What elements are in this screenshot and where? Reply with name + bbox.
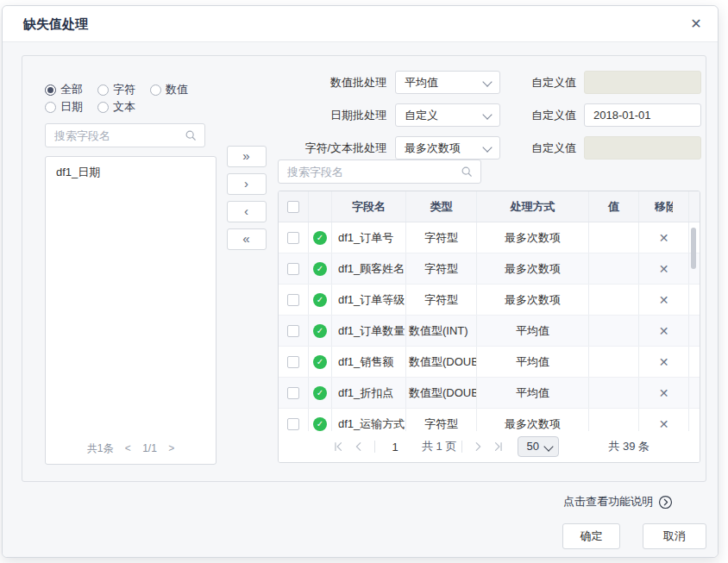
table-search-input[interactable]	[279, 166, 461, 178]
success-icon: ✓	[313, 386, 327, 400]
field-name-cell: df1_顾客姓名	[332, 253, 406, 284]
select-all-checkbox[interactable]	[287, 201, 299, 213]
row-checkbox-cell	[279, 347, 309, 377]
radio-option[interactable]: 全部	[45, 83, 83, 97]
table-scrollbar[interactable]	[691, 228, 696, 269]
row-checkbox[interactable]	[287, 418, 299, 430]
row-checkbox[interactable]	[287, 263, 299, 275]
table-body: ✓df1_订单号字符型最多次数项✕✓df1_顾客姓名字符型最多次数项✕✓df1_…	[279, 222, 700, 440]
row-checkbox[interactable]	[287, 294, 299, 306]
last-page-icon[interactable]	[493, 441, 505, 453]
row-status-cell: ✓	[309, 378, 332, 408]
radio-option[interactable]: 文本	[97, 100, 135, 114]
help-arrow-icon	[658, 495, 673, 510]
remove-icon[interactable]: ✕	[659, 386, 669, 400]
fields-table: 字段名 类型 处理方式 值 移除 ✓df1_订单号字符型最多次数项✕✓df1_顾…	[278, 191, 700, 463]
header-type: 类型	[406, 191, 477, 222]
table-row: ✓df1_订单号字符型最多次数项✕	[279, 222, 700, 253]
field-name-cell: df1_订单等级	[332, 285, 406, 315]
missing-value-dialog: 缺失值处理 ✕ 全部字符数值日期文本 df1_日期	[2, 5, 719, 558]
field-list-item[interactable]: df1_日期	[46, 157, 216, 180]
remove-icon[interactable]: ✕	[659, 231, 669, 245]
row-checkbox[interactable]	[287, 232, 299, 244]
remove-icon[interactable]: ✕	[659, 293, 669, 307]
remove-cell: ✕	[639, 316, 689, 346]
radio-option[interactable]: 日期	[45, 100, 83, 114]
current-page[interactable]: 1	[380, 441, 410, 454]
ok-button[interactable]: 确定	[562, 523, 620, 549]
close-icon[interactable]: ✕	[687, 15, 706, 34]
help-link[interactable]: 点击查看功能说明	[563, 494, 673, 510]
help-link-label: 点击查看功能说明	[563, 494, 653, 510]
radio-circle-icon	[45, 102, 56, 113]
cancel-button[interactable]: 取消	[643, 523, 706, 549]
value-cell	[589, 285, 639, 315]
list-next-page-icon[interactable]: >	[168, 442, 174, 454]
remove-cell: ✕	[639, 347, 689, 377]
row-status-cell: ✓	[309, 253, 332, 284]
radio-circle-icon	[97, 102, 109, 113]
list-prev-page-icon[interactable]: <	[125, 442, 131, 454]
numeric-batch-select[interactable]: 平均值	[395, 71, 500, 94]
row-checkbox-cell	[279, 253, 309, 284]
remove-icon[interactable]: ✕	[659, 355, 669, 369]
prev-page-icon[interactable]	[353, 441, 365, 453]
row-checkbox[interactable]	[287, 325, 299, 337]
left-search-input[interactable]	[46, 129, 185, 142]
numeric-batch-label: 数值批处理	[274, 71, 386, 94]
table-row: ✓df1_订单等级字符型最多次数项✕	[279, 285, 700, 316]
success-icon: ✓	[313, 262, 327, 276]
radio-label: 数值	[166, 82, 188, 97]
header-remove: 移除	[639, 191, 689, 222]
value-cell	[589, 378, 639, 408]
date-custom-input[interactable]	[584, 103, 701, 127]
field-type-cell: 数值型(DOUBLE)	[406, 378, 477, 408]
radio-option[interactable]: 字符	[97, 83, 135, 97]
field-name-cell: df1_订单数量	[332, 316, 406, 346]
field-type-cell: 数值型(DOUBLE)	[406, 347, 477, 377]
remove-icon[interactable]: ✕	[659, 324, 669, 338]
remove-icon[interactable]: ✕	[659, 262, 669, 276]
row-checkbox[interactable]	[287, 356, 299, 368]
total-count: 共 39 条	[608, 439, 650, 454]
row-checkbox[interactable]	[287, 387, 299, 399]
field-listbox: df1_日期 共1条 < 1/1 >	[45, 156, 217, 465]
numeric-custom-input[interactable]	[584, 71, 701, 94]
text-custom-input[interactable]	[584, 136, 701, 160]
remove-cell: ✕	[639, 253, 689, 284]
table-pagination: 1 共 1 页 50	[279, 431, 700, 462]
date-batch-select[interactable]: 自定义	[395, 103, 500, 127]
row-checkbox-cell	[279, 316, 309, 346]
value-cell	[589, 316, 639, 346]
success-icon: ✓	[313, 417, 327, 431]
chevron-down-icon	[544, 441, 554, 451]
text-batch-value: 最多次数项	[405, 141, 461, 154]
radio-label: 字符	[113, 82, 135, 97]
next-page-icon[interactable]	[472, 441, 484, 453]
text-batch-label: 字符/文本批处理	[274, 136, 386, 160]
left-search-box	[45, 123, 205, 147]
first-page-icon[interactable]	[332, 441, 344, 453]
move-left-button[interactable]: ‹	[227, 201, 267, 222]
move-all-right-button[interactable]: »	[227, 146, 267, 167]
remove-cell: ✕	[639, 222, 689, 253]
text-batch-select[interactable]: 最多次数项	[395, 136, 500, 160]
list-total: 共1条	[87, 442, 114, 454]
method-cell: 平均值	[477, 378, 589, 408]
radio-label: 日期	[60, 99, 83, 115]
status-header-cell	[309, 191, 332, 222]
table-row: ✓df1_顾客姓名字符型最多次数项✕	[279, 253, 700, 285]
move-all-left-button[interactable]: «	[227, 228, 267, 250]
date-custom-label: 自定义值	[531, 103, 583, 127]
radio-option[interactable]: 数值	[150, 83, 188, 97]
table-row: ✓df1_折扣点数值型(DOUBLE)平均值✕	[279, 378, 700, 409]
move-right-button[interactable]: ›	[227, 173, 267, 195]
method-cell: 最多次数项	[477, 253, 589, 284]
page-size-value: 50	[526, 440, 538, 453]
remove-icon[interactable]: ✕	[659, 417, 669, 431]
field-list: df1_日期	[46, 157, 216, 436]
row-checkbox-cell	[279, 285, 309, 315]
chevron-down-icon	[482, 142, 492, 152]
page-size-select[interactable]: 50	[518, 436, 559, 457]
remove-cell: ✕	[639, 378, 689, 408]
